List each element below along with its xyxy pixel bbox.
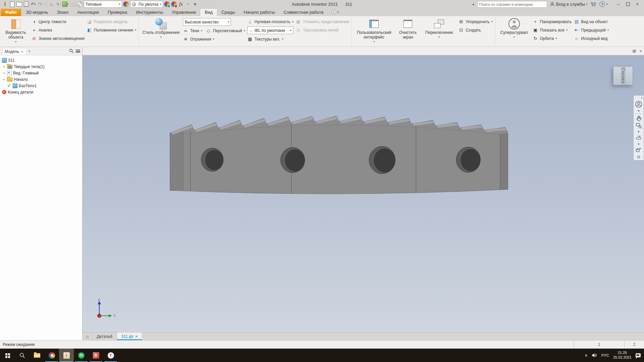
viewcube[interactable]: Справа (613, 66, 633, 85)
tab-Файл[interactable]: Файл (1, 9, 21, 16)
action-center-icon[interactable] (636, 353, 641, 357)
shadows-button[interactable]: ∞Тени▾ (183, 27, 202, 34)
save-icon[interactable] (23, 1, 29, 8)
store-cart-icon[interactable] (590, 2, 597, 7)
look-at-icon[interactable] (635, 147, 642, 153)
expand-icon[interactable]: + (2, 65, 6, 69)
navbar-close-icon[interactable]: × (641, 96, 643, 100)
arrange-button[interactable]: ⊞Упорядочить▾ (458, 18, 492, 25)
steering-wheel-button[interactable]: Суперштурвал▾ (498, 17, 531, 39)
tree-item-origin[interactable]: +Начало (0, 76, 82, 82)
search-expand-icon[interactable]: ▸ (473, 2, 474, 6)
close-button[interactable]: × (633, 1, 642, 8)
tree-item-311[interactable]: 311 (0, 57, 82, 63)
viewport-close-icon[interactable]: × (639, 49, 642, 54)
selection-filter-icon[interactable] (70, 1, 76, 8)
analysis-button[interactable]: »Анализ (31, 26, 85, 34)
select-icon[interactable]: ▾ (62, 1, 69, 8)
redo-icon[interactable]: ↷▾ (37, 1, 43, 8)
update-icon[interactable]: ↯▾ (55, 1, 61, 8)
undo-icon[interactable]: ↶▾ (30, 1, 36, 8)
tab-Аннотации[interactable]: Аннотации (73, 9, 103, 16)
home-view-button[interactable]: ⌂Исходный вид (574, 35, 609, 42)
navbar-caret2-icon[interactable]: ▾ (638, 130, 639, 133)
expand-icon[interactable]: + (2, 77, 6, 81)
parameters-icon[interactable]: fx (178, 1, 184, 8)
steering-wheel-icon[interactable] (635, 101, 642, 108)
adjust-appearance-icon[interactable] (164, 1, 170, 8)
browser-tab-close-icon[interactable]: × (21, 50, 23, 54)
orbit-button[interactable]: ↻Орбита▾ (533, 35, 572, 42)
qat-add-icon[interactable]: + (185, 1, 191, 8)
display-style-button[interactable]: Стиль отображения▾ (141, 17, 181, 39)
spotify-button[interactable] (74, 349, 89, 362)
help-button[interactable]: ? ▾ (599, 1, 608, 7)
look-at-button[interactable]: ▤Вид на объект (574, 18, 609, 25)
pan-button[interactable]: +Панорамировать (533, 18, 572, 25)
tab-3D-модель[interactable]: 3D-модель (22, 9, 53, 16)
tab-Управление[interactable]: Управление (167, 9, 200, 16)
center-of-gravity-button[interactable]: ◑Центр тяжести (31, 18, 85, 25)
open-file-icon[interactable] (16, 1, 22, 8)
tab-Совместная работа[interactable]: Совместная работа (279, 9, 328, 16)
browser-add-tab-icon[interactable]: + (28, 49, 31, 54)
tree-item-view-main[interactable]: +Вид: Главный (0, 70, 82, 76)
new-file-icon[interactable] (9, 1, 15, 8)
browser-menu-icon[interactable] (76, 50, 80, 53)
user-interface-button[interactable]: Пользовательский интерфейс▾ (354, 17, 394, 44)
sign-in-button[interactable]: Вход в службы ▾ (550, 2, 588, 7)
appearance-wheel-icon[interactable] (123, 1, 129, 8)
expand-icon[interactable]: + (2, 71, 6, 75)
autoconstraint-glyphs-button[interactable]: ⊘Значки автосовмещения (31, 35, 85, 42)
tree-item-base-body[interactable]: ✓БазТело1 (0, 82, 82, 89)
hidden-icons-icon[interactable]: ∧ (585, 353, 588, 358)
tab-Среды[interactable]: Среды (217, 9, 239, 16)
tab-Инструменты[interactable]: Инструменты (131, 9, 167, 16)
clean-screen-button[interactable]: Очистить экран (396, 17, 420, 41)
model-home-tab[interactable]: ⌂ (83, 333, 92, 340)
ribbon-collapse-icon[interactable]: ▾ (338, 11, 339, 14)
material-ball-icon[interactable] (77, 1, 83, 8)
language-indicator[interactable]: РУС (601, 353, 609, 357)
pan-icon[interactable] (636, 115, 642, 121)
paint-button[interactable] (44, 349, 59, 362)
switch-windows-button[interactable]: Переключение▾ (422, 17, 456, 39)
navbar-caret-icon[interactable]: ▾ (638, 109, 639, 113)
tab-Проверка[interactable]: Проверка (103, 9, 131, 16)
inventor-logo[interactable]: I (2, 1, 8, 8)
tree-item-end-of-part[interactable]: ×Конец детали (0, 89, 82, 95)
half-section-button[interactable]: ◧Половинное сечение▾ (87, 26, 136, 34)
browser-search-icon[interactable] (69, 49, 74, 53)
ibl-combo[interactable]: ☼IBL по умолчани▾ (247, 26, 293, 34)
start-button[interactable] (0, 349, 15, 362)
tab-detail6[interactable]: Деталь6 (92, 333, 117, 340)
orbit-icon[interactable] (635, 134, 642, 141)
zoom-window-icon[interactable] (636, 122, 642, 129)
appearance-combo[interactable]: По умолча▾ (130, 1, 163, 8)
viewport-layout-icon[interactable]: ⊞ (633, 49, 636, 54)
file-explorer-button[interactable] (30, 349, 44, 362)
clear-appearance-icon[interactable] (171, 1, 177, 8)
perspective-button[interactable]: ◇Перспективный▾ (206, 27, 245, 34)
restore-button[interactable] (623, 1, 633, 8)
tab-close-icon[interactable]: × (135, 334, 138, 339)
qat-customize-icon[interactable]: ▾ (192, 1, 198, 8)
viewport-3d[interactable]: Справа ×▾▾▾⊖ Z Y (83, 55, 644, 332)
taskbar-search-button[interactable] (15, 349, 30, 362)
browser-tab-model[interactable]: Модель × (2, 48, 26, 55)
ribbon-pin-icon[interactable]: ▴ (331, 10, 336, 15)
material-combo[interactable]: Типовые▾ (84, 1, 122, 8)
autocad-button[interactable]: A (89, 349, 103, 362)
object-visibility-button[interactable]: Видимость объекта▾ (2, 17, 29, 44)
textures-button[interactable]: ▦Текстуры вкл.▾ (247, 36, 293, 43)
taskbar-clock[interactable]: 21:25 25.02.2021 (613, 351, 632, 360)
zoom-all-button[interactable]: ▣Показать все▾ (533, 26, 572, 34)
yandex-button[interactable]: Y (103, 349, 118, 362)
quality-combo[interactable]: Высокое качество▾ (183, 18, 231, 26)
new-window-button[interactable]: ⊡Создать (458, 26, 492, 34)
tab-Эскиз[interactable]: Эскиз (52, 9, 73, 16)
tree-item-solid-bodies[interactable]: +Твердые тела(1) (0, 63, 82, 70)
ground-plane-button[interactable]: ⊥Нулевая плоскость▾ (247, 18, 293, 25)
inventor-taskbar-button[interactable]: I (59, 349, 74, 362)
volume-icon[interactable] (592, 353, 597, 358)
